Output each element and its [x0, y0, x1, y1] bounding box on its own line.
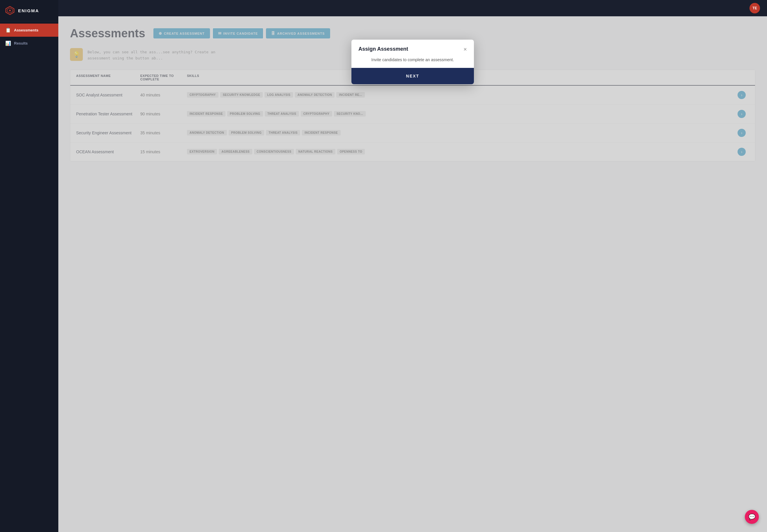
modal-close-button[interactable]: ×: [463, 46, 467, 52]
results-icon: 📊: [5, 40, 11, 46]
assign-assessment-modal: Assign Assessment × Invite candidates to…: [351, 40, 474, 84]
enigma-logo-icon: [5, 5, 15, 16]
modal-body: Invite candidates to complete an assessm…: [351, 56, 474, 68]
modal-header: Assign Assessment ×: [351, 40, 474, 56]
modal-footer: NEXT: [351, 68, 474, 84]
user-avatar[interactable]: TE: [750, 3, 760, 13]
assessments-label: Assessments: [14, 28, 38, 32]
sidebar-navigation: 📋 Assessments 📊 Results: [0, 24, 58, 50]
svg-point-2: [9, 10, 11, 11]
sidebar-item-assessments[interactable]: 📋 Assessments: [0, 24, 58, 37]
results-label: Results: [14, 41, 28, 45]
chat-bubble[interactable]: 💬: [745, 510, 759, 524]
chat-icon: 💬: [748, 513, 756, 520]
modal-subtitle: Invite candidates to complete an assessm…: [358, 57, 467, 62]
app-name: ENIGMA: [18, 8, 39, 13]
page-content: Assessments ⊕ CREATE ASSESSMENT ✉ INVITE…: [58, 16, 767, 532]
assessments-icon: 📋: [5, 27, 11, 33]
main-area: TE Assessments ⊕ CREATE ASSESSMENT ✉ INV…: [58, 0, 767, 532]
modal-next-button[interactable]: NEXT: [351, 68, 474, 84]
topbar: TE: [58, 0, 767, 16]
sidebar: ENIGMA 📋 Assessments 📊 Results: [0, 0, 58, 532]
modal-title: Assign Assessment: [358, 46, 408, 52]
sidebar-item-results[interactable]: 📊 Results: [0, 37, 58, 50]
sidebar-logo: ENIGMA: [0, 0, 58, 21]
modal-backdrop: Assign Assessment × Invite candidates to…: [58, 16, 767, 532]
